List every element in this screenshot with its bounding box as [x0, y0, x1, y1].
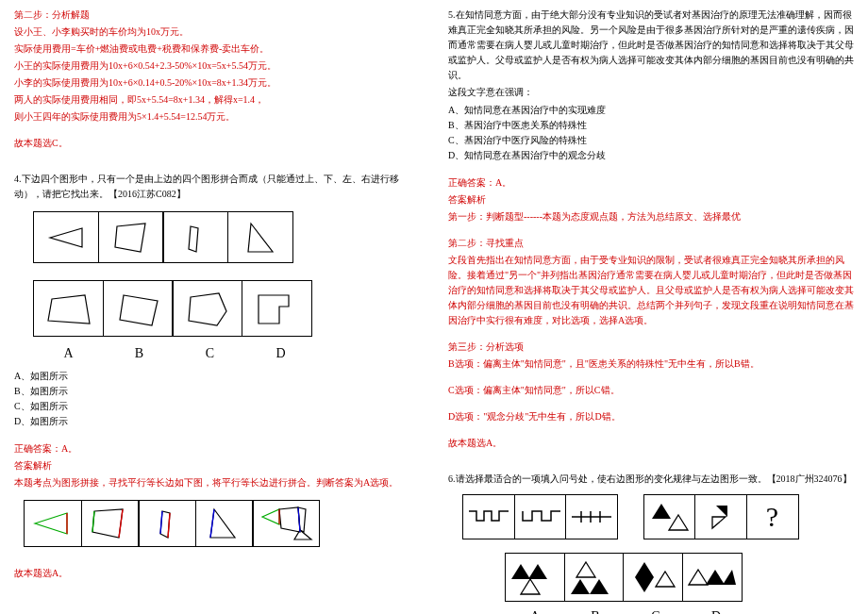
step-1: 第一步：判断题型------本题为态度观点题，方法为总结原文、选择最优	[448, 209, 854, 224]
answer-line: 故本题选A。	[448, 436, 854, 451]
shape-box	[24, 500, 82, 547]
castellated-icon	[519, 507, 562, 526]
option-b: B、基因治疗中医患关系的特殊性	[448, 118, 854, 133]
svg-line-14	[160, 511, 162, 534]
svg-marker-3	[248, 224, 273, 252]
analysis-line: 小王的实际使用费用为10x+6×0.54+2.3-50%×10x=5x+5.54…	[14, 58, 420, 74]
svg-marker-4	[48, 295, 90, 324]
answer-box	[564, 553, 625, 602]
svg-marker-39	[723, 570, 736, 585]
step-3-d: D选项："观念分歧"无中生有，所以D错。	[448, 409, 854, 424]
triangle-colored-icon	[29, 506, 76, 541]
svg-marker-32	[571, 579, 590, 594]
quad-icon	[42, 288, 94, 330]
svg-line-15	[168, 513, 170, 538]
quad-icon	[112, 288, 164, 330]
pattern-box	[462, 494, 515, 539]
pattern-box	[694, 494, 747, 539]
question-6: 6.请选择最适合的一项填入问号处，使右边图形的变化规律与左边图形一致。【2018…	[448, 472, 854, 487]
answer-box	[103, 280, 174, 337]
svg-marker-38	[706, 570, 725, 585]
q4-options: A、如图所示 B、如图所示 C、如图所示 D、如图所示	[14, 369, 420, 429]
analysis-line: 小李的实际使用费用为10x+6×0.14+0.5-20%×10x=8x+1.34…	[14, 75, 420, 91]
svg-marker-26	[716, 506, 727, 517]
shape-box	[195, 500, 254, 547]
svg-marker-33	[590, 579, 609, 594]
svg-line-23	[298, 507, 300, 532]
option-a: A、如图所示	[14, 369, 420, 384]
svg-marker-6	[189, 293, 226, 325]
triangles-icon	[627, 558, 678, 596]
question-mark-icon: ?	[766, 501, 778, 533]
label-c: C	[175, 346, 245, 361]
label-c: C	[626, 609, 686, 614]
analysis-line: 两人的实际使用费用相同，即5x+5.54=8x+1.34，解得x=1.4，	[14, 92, 420, 108]
combined-icon	[257, 504, 315, 543]
answer-box	[33, 280, 104, 337]
svg-marker-27	[712, 517, 726, 528]
analysis-line: 设小王、小李购买时的车价均为10x万元。	[14, 25, 420, 40]
explanation-text: 本题考点为图形拼接，寻找平行等长边如下图，将平行等长边进行拼合。判断答案为A选项…	[14, 475, 420, 490]
label-d: D	[245, 346, 316, 361]
triangle-icon	[237, 219, 284, 257]
triangle-icon	[42, 219, 90, 257]
svg-marker-1	[115, 224, 145, 252]
answer-box	[172, 280, 242, 337]
option-b: B、如图所示	[14, 384, 420, 399]
answer-line: 故本题选C。	[14, 136, 420, 151]
shape-box	[138, 500, 196, 547]
svg-marker-2	[189, 226, 198, 252]
shape-box	[81, 500, 140, 547]
quad-colored-icon	[87, 506, 134, 541]
svg-marker-35	[635, 577, 654, 592]
label-b: B	[104, 346, 175, 361]
explanation-title: 答案解析	[448, 192, 854, 207]
pattern-box	[565, 494, 618, 539]
svg-marker-24	[652, 504, 671, 519]
pattern-box	[514, 494, 567, 539]
option-a: A、知情同意在基因治疗中的实现难度	[448, 103, 854, 118]
triangles-icon	[509, 558, 560, 596]
left-column: 第二步：分析解题 设小王、小李购买时的车价均为10x万元。 实际使用费用=车价+…	[0, 0, 434, 614]
right-column: 5.在知情同意方面，由于绝大部分没有专业知识的受试者对基因治疗的原理无法准确理解…	[434, 0, 868, 614]
triangles-icon	[687, 558, 738, 596]
step-2: 第二步：寻找重点	[448, 236, 854, 251]
question-5-stem: 这段文字意在强调：	[448, 85, 854, 100]
svg-line-12	[119, 509, 123, 538]
shape-box	[252, 500, 320, 547]
castellated-icon	[570, 507, 613, 526]
quad-icon	[108, 219, 155, 257]
shape-box	[227, 211, 293, 263]
quad-colored-icon	[143, 506, 191, 541]
step-3: 第三步：分析选项	[448, 340, 854, 355]
option-d: D、知情同意在基因治疗中的观念分歧	[448, 148, 854, 163]
svg-marker-31	[576, 562, 595, 577]
svg-marker-36	[656, 572, 675, 587]
answer-box	[623, 553, 683, 602]
answer-box	[242, 280, 312, 337]
step-3-b: B选项：偏离主体"知情同意"，且"医患关系的特殊性"无中生有，所以B错。	[448, 357, 854, 372]
svg-marker-19	[279, 507, 300, 532]
svg-marker-37	[689, 570, 708, 585]
label-b: B	[565, 609, 626, 614]
concave-icon	[251, 288, 303, 330]
svg-marker-25	[669, 515, 688, 530]
svg-marker-0	[50, 228, 82, 247]
q6-label-row: A B C D	[505, 609, 854, 614]
svg-marker-7	[259, 295, 289, 324]
label-a: A	[505, 609, 565, 614]
label-row: A B C D	[33, 346, 420, 361]
triangles-icon	[699, 500, 743, 534]
step-3-c: C选项：偏离主体"知情同意"，所以C错。	[448, 383, 854, 398]
svg-marker-10	[92, 509, 123, 538]
analysis-line: 实际使用费用=车价+燃油费或电费+税费和保养费-卖出车价。	[14, 41, 420, 57]
explanation-diagram	[24, 500, 420, 547]
label-a: A	[33, 346, 104, 361]
step-2-text: 文段首先指出在知情同意方面，由于受专业知识的限制，受试者很难真正完全知晓其所承担…	[448, 253, 854, 328]
svg-marker-30	[521, 579, 540, 594]
castellated-icon	[467, 507, 510, 526]
analysis-line: 则小王四年的实际使用费用为5×1.4+5.54=12.54万元。	[14, 109, 420, 124]
answer-line: 故本题选A。	[14, 566, 420, 581]
svg-marker-28	[511, 564, 530, 579]
triangle-colored-icon	[201, 506, 248, 541]
